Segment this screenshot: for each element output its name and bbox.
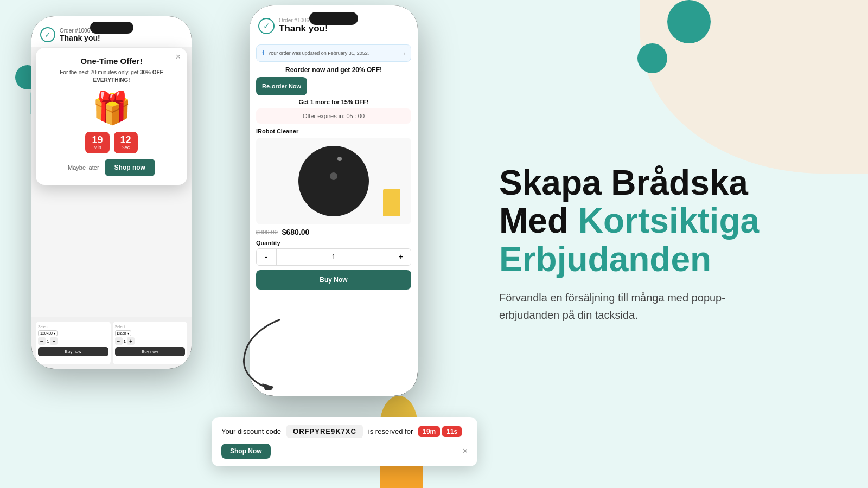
headline-line3: Erbjudanden [499, 240, 835, 278]
qty-minus-center[interactable]: - [257, 249, 276, 265]
popup-close-button[interactable]: × [176, 52, 181, 62]
left-phone: ✓ Order #1006 Thank you! × One-Time Offe… [31, 16, 192, 369]
right-section: Skapa Brådska Med Kortsiktiga Erbjudande… [499, 164, 835, 324]
subtext: Förvandla en försäljning till många med … [499, 290, 760, 324]
reorder-banner: Reorder now and get 20% OFF! [256, 66, 411, 74]
center-phone-notch [309, 12, 358, 25]
bg-circle-teal-mid [667, 0, 711, 43]
qty-control: - 1 + [256, 248, 411, 266]
headline-line2: Med Kortsiktiga [499, 202, 835, 240]
qty-minus-2[interactable]: − [115, 337, 123, 345]
price-old: $800.00 [256, 229, 278, 235]
qty-value-center: 1 [276, 249, 391, 265]
buy-now-2[interactable]: Buy now [115, 347, 186, 356]
discount-close-button[interactable]: × [463, 446, 468, 456]
left-phone-notch [90, 22, 133, 34]
popup-timers: 19 Min 12 Sec [43, 132, 180, 153]
svg-marker-0 [262, 381, 275, 390]
discount-timer-seconds: 11s [442, 426, 462, 437]
yellow-tag-decoration [383, 189, 400, 216]
check-icon-center: ✓ [258, 18, 275, 34]
maybe-later-link[interactable]: Maybe later [68, 164, 99, 171]
reorder-now-button[interactable]: Re-order Now [256, 77, 307, 95]
discount-shop-now-button[interactable]: Shop Now [221, 444, 271, 459]
discount-text-1: Your discount code [221, 427, 281, 435]
product-card-1: Select 120x30 ▾ − 1 + Buy now [36, 322, 111, 364]
buy-now-1[interactable]: Buy now [38, 347, 108, 356]
qty-plus-1[interactable]: + [50, 337, 58, 345]
left-thank-you: Thank you! [60, 34, 100, 42]
discount-text-2: is reserved for [368, 427, 413, 435]
center-thank-you: Thank you! [279, 23, 328, 34]
discount-code-bar: Your discount code ORFPYRE9K7XC is reser… [212, 417, 477, 466]
qty-minus-1[interactable]: − [38, 337, 46, 345]
one-time-offer-popup: × One-Time Offer! For the next 20 minute… [36, 48, 187, 185]
get-more-text: Get 1 more for 15% OFF! [256, 99, 411, 105]
chevron-icon: › [404, 50, 405, 56]
timer-minutes: 19 Min [85, 132, 109, 153]
headline: Skapa Brådska Med Kortsiktiga Erbjudande… [499, 164, 835, 278]
product-name: iRobot Cleaner [256, 128, 411, 134]
buy-now-center[interactable]: Buy Now [256, 270, 411, 290]
bg-circle-teal-small [637, 43, 667, 73]
bottom-product-cards: Select 120x30 ▾ − 1 + Buy now Select Bla… [31, 317, 192, 369]
gift-icon: 🎁 [43, 89, 180, 126]
info-icon: ℹ [262, 49, 265, 57]
offer-expires: Offer expires in: 05 : 00 [256, 108, 411, 124]
arrow-decoration [236, 314, 301, 390]
robot-vacuum-image [298, 146, 369, 216]
shop-now-button[interactable]: Shop now [105, 159, 155, 176]
headline-line1: Skapa Brådska [499, 164, 835, 202]
product-section: iRobot Cleaner $800.00 $680.00 Quantity … [256, 128, 411, 290]
qty-plus-2[interactable]: + [127, 337, 135, 345]
left-phone-screen: ✓ Order #1006 Thank you! × One-Time Offe… [31, 16, 192, 369]
timer-seconds: 12 Sec [114, 132, 138, 153]
discount-code: ORFPYRE9K7XC [286, 425, 363, 438]
price-row: $800.00 $680.00 [256, 228, 411, 236]
popup-subtitle: For the next 20 minutes only, get 30% OF… [43, 69, 180, 84]
qty-label: Quantity [256, 240, 411, 246]
popup-actions: Maybe later Shop now [43, 159, 180, 176]
product-card-2: Select Black ▾ − 1 + Buy now [113, 322, 188, 364]
price-new: $680.00 [282, 228, 310, 236]
popup-title: One-Time Offer! [43, 56, 180, 66]
check-icon-left: ✓ [40, 27, 55, 42]
qty-plus-center[interactable]: + [391, 249, 411, 265]
discount-timer-minutes: 19m [418, 426, 440, 437]
info-banner: ℹ Your order was updated on February 31,… [256, 44, 411, 62]
product-image [256, 138, 411, 224]
discount-timer: 19m 11s [418, 426, 462, 437]
